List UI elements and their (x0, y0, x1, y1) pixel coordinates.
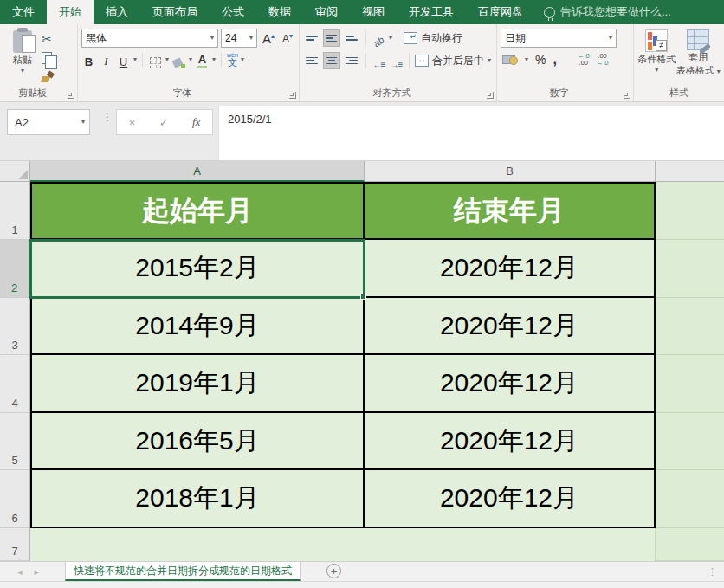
cell-A3[interactable]: 2014年9月 (30, 298, 365, 355)
cell-A7[interactable] (30, 528, 365, 561)
borders-button[interactable] (148, 51, 163, 68)
conditional-formatting-button[interactable]: ≠ 条件格式 ▾ (637, 29, 676, 87)
tab-developer[interactable]: 开发工具 (397, 0, 466, 24)
cell-B6[interactable]: 2020年12月 (365, 470, 656, 528)
phonetic-button[interactable]: wén 文 (227, 52, 238, 68)
accounting-format-icon[interactable] (502, 55, 518, 65)
increase-indent-button[interactable]: →≡ (389, 52, 404, 69)
row-header-4[interactable]: 4 (0, 355, 30, 413)
tab-baidu-netdisk[interactable]: 百度网盘 (466, 0, 535, 24)
format-as-table-button[interactable]: 套用 表格格式 ▾ (676, 29, 721, 87)
cell-C3[interactable] (656, 298, 724, 355)
copy-button[interactable]: ▾ (42, 50, 57, 66)
cell-C5[interactable] (656, 413, 724, 470)
chevron-down-icon[interactable]: ▾ (389, 35, 392, 42)
increase-decimal-button[interactable]: ←.0.00 (578, 53, 590, 68)
cell-C1[interactable] (656, 182, 724, 240)
enter-button[interactable]: ✓ (159, 116, 169, 129)
align-top-button[interactable] (303, 29, 320, 47)
format-painter-button[interactable] (42, 69, 57, 85)
chevron-down-icon[interactable]: ▾ (525, 56, 528, 63)
tell-me-search[interactable]: 告诉我您想要做什么... (544, 0, 671, 24)
align-bottom-button[interactable] (343, 29, 360, 47)
select-all-button[interactable] (0, 161, 30, 182)
cell-B3[interactable]: 2020年12月 (365, 298, 656, 355)
insert-function-button[interactable]: fx (192, 115, 200, 129)
font-color-button[interactable]: A (195, 51, 210, 68)
tab-page-layout[interactable]: 页面布局 (140, 0, 210, 24)
tab-file[interactable]: 文件 (0, 0, 47, 24)
dialog-launcher-icon[interactable] (624, 92, 630, 99)
orientation-button[interactable]: ab (372, 29, 386, 47)
column-header-A[interactable]: A (30, 161, 365, 182)
italic-button[interactable]: I (99, 51, 113, 68)
cell-C2[interactable] (656, 240, 724, 298)
dialog-launcher-icon[interactable] (68, 92, 74, 99)
row-header-5[interactable]: 5 (0, 413, 30, 470)
cell-A2-selected[interactable]: 2015年2月 (30, 240, 365, 298)
row-header-3[interactable]: 3 (0, 298, 30, 355)
chevron-down-icon[interactable]: ▾ (165, 56, 169, 63)
cell-B2[interactable]: 2020年12月 (365, 240, 656, 298)
new-sheet-button[interactable]: + (326, 564, 341, 578)
align-middle-button[interactable] (323, 29, 340, 47)
merge-center-button[interactable]: 合并后居中 ▾ (415, 51, 491, 70)
comma-style-button[interactable]: , (553, 52, 556, 68)
column-header-C[interactable] (656, 161, 724, 182)
overflow-dots-icon[interactable]: ⋮ (708, 566, 717, 578)
underline-button[interactable]: U (116, 51, 131, 68)
align-center-button[interactable] (323, 52, 340, 69)
tab-data[interactable]: 数据 (256, 0, 303, 24)
row-header-1[interactable]: 1 (0, 182, 30, 240)
sheet-tab-active[interactable]: 快速将不规范的合并日期拆分成规范的日期格式 (65, 562, 301, 581)
decrease-decimal-button[interactable]: .00→.0 (597, 53, 609, 68)
cell-C7[interactable] (656, 528, 724, 561)
tab-formulas[interactable]: 公式 (210, 0, 256, 24)
tab-review[interactable]: 审阅 (303, 0, 350, 24)
font-name-select[interactable]: 黑体▾ (81, 29, 218, 48)
cell-A6[interactable]: 2018年1月 (30, 470, 365, 528)
cell-B5[interactable]: 2020年12月 (365, 413, 656, 470)
decrease-font-size-button[interactable]: A▾ (280, 32, 295, 45)
name-box[interactable]: A2 ▾ (7, 109, 90, 135)
cell-A4[interactable]: 2019年1月 (30, 355, 365, 413)
row-header-6[interactable]: 6 (0, 470, 30, 528)
number-format-select[interactable]: 日期▾ (501, 29, 617, 48)
chevron-down-icon[interactable]: ▾ (189, 56, 192, 63)
formula-bar-splitter[interactable]: ⋮ (102, 114, 113, 120)
increase-font-size-button[interactable]: A▴ (260, 31, 277, 46)
align-left-button[interactable] (303, 52, 320, 69)
fill-color-button[interactable] (171, 51, 186, 68)
font-size-select[interactable]: 24▾ (221, 29, 257, 48)
decrease-indent-button[interactable]: ←≡ (372, 52, 386, 69)
prev-sheet-button[interactable]: ◂ (17, 566, 23, 578)
cell-B4[interactable]: 2020年12月 (365, 355, 656, 413)
dialog-launcher-icon[interactable] (487, 92, 494, 99)
row-header-2[interactable]: 2 (0, 240, 30, 298)
cell-C6[interactable] (656, 470, 724, 528)
next-sheet-button[interactable]: ▸ (35, 566, 40, 578)
chevron-down-icon[interactable]: ▾ (212, 56, 216, 63)
chevron-down-icon[interactable]: ▾ (241, 56, 244, 63)
tab-home[interactable]: 开始 (47, 0, 94, 24)
bold-button[interactable]: B (81, 51, 96, 68)
cell-A5[interactable]: 2016年5月 (30, 413, 365, 470)
column-header-B[interactable]: B (365, 161, 656, 182)
paste-button[interactable]: 粘贴 ▾ (3, 29, 42, 87)
percent-style-button[interactable]: % (535, 53, 546, 67)
fill-handle[interactable] (360, 294, 366, 300)
chevron-down-icon[interactable]: ▾ (133, 56, 137, 63)
formula-input[interactable]: 2015/2/1 (218, 106, 724, 160)
tab-view[interactable]: 视图 (350, 0, 397, 24)
dialog-launcher-icon[interactable] (289, 92, 296, 99)
cell-C4[interactable] (656, 355, 724, 413)
cell-B1[interactable]: 结束年月 (365, 182, 656, 240)
cell-A1[interactable]: 起始年月 (30, 182, 365, 240)
row-header-7[interactable]: 7 (0, 528, 30, 561)
cancel-button[interactable]: × (129, 116, 136, 129)
align-right-button[interactable] (343, 52, 360, 69)
wrap-text-button[interactable]: 自动换行 (404, 29, 462, 48)
cell-B7[interactable] (365, 528, 656, 561)
tab-insert[interactable]: 插入 (94, 0, 140, 24)
cut-button[interactable]: ✂ (42, 31, 57, 47)
